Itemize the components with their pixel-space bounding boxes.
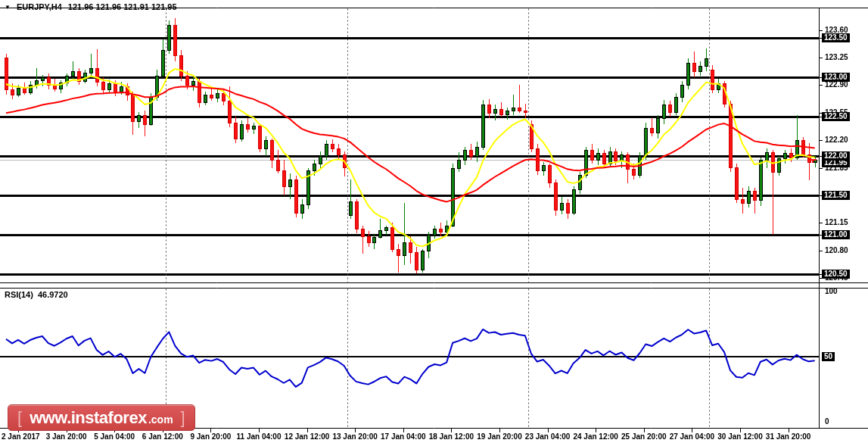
price-level-label: 121.50: [822, 191, 850, 200]
price-level-label: 121.00: [822, 230, 850, 239]
time-axis-label: 31 Jan 20:00: [766, 432, 811, 441]
price-level-label: 122.50: [822, 112, 850, 121]
time-axis-label: 19 Jan 20:00: [477, 432, 522, 441]
symbol-name: EURJPY,H4: [17, 2, 62, 11]
time-axis-label: 25 Jan 20:00: [621, 432, 667, 441]
instaforex-logo[interactable]: [ www.instaforex .com ]: [8, 404, 195, 431]
rsi-name: RSI(14): [5, 290, 33, 299]
price-level-label: 123.00: [822, 73, 850, 82]
time-axis-label: 12 Jan 12:00: [285, 432, 330, 441]
price-tick-label: 123.25: [825, 53, 848, 62]
time-axis-label: 18 Jan 12:00: [429, 432, 474, 441]
price-level-label: 120.50: [822, 270, 850, 279]
time-axis-label: 30 Jan 12:00: [717, 432, 763, 441]
chart-window: ▼ EURJPY,H4 121.96 121.96 121.91 121.95 …: [0, 0, 868, 443]
symbol-quote-line: ▼ EURJPY,H4 121.96 121.96 121.91 121.95: [5, 2, 177, 11]
logo-text: www.instaforex: [30, 407, 147, 429]
time-axis-label: 11 Jan 04:00: [237, 432, 282, 441]
time-axis-label: 24 Jan 12:00: [573, 432, 618, 441]
price-tick-label: 121.15: [825, 218, 848, 227]
price-tick-label: 122.90: [825, 80, 848, 89]
rsi-axis-label: 50: [822, 352, 835, 361]
time-axis-label: 27 Jan 04:00: [670, 432, 715, 441]
time-axis-label: 6 Jan 12:00: [142, 432, 183, 441]
symbol-dropdown-icon[interactable]: ▼: [5, 3, 11, 11]
price-chart-canvas[interactable]: [0, 0, 868, 443]
price-level-label: 123.50: [822, 33, 850, 42]
rsi-axis-label: 0: [825, 417, 829, 426]
time-axis-label: 17 Jan 04:00: [381, 432, 426, 441]
time-axis-label: 9 Jan 20:00: [190, 432, 231, 441]
logo-domain-suffix: .com: [148, 410, 173, 429]
logo-bracket-left: [: [17, 407, 22, 429]
rsi-axis-label: 100: [825, 287, 838, 296]
price-tick-label: 120.80: [825, 246, 848, 255]
logo-bracket-right: ]: [181, 407, 185, 429]
symbol-ohlc-quote: 121.96 121.96 121.91 121.95: [68, 2, 177, 11]
price-tick-label: 122.20: [825, 136, 848, 145]
time-axis-label: 3 Jan 20:00: [46, 432, 87, 441]
time-axis-label: 23 Jan 04:00: [525, 432, 571, 441]
time-axis-label: 13 Jan 20:00: [332, 432, 378, 441]
rsi-indicator-label: RSI(14) 46.9720: [5, 290, 68, 299]
time-axis-label: 2 Jan 2017: [2, 432, 40, 441]
price-level-label: 122.00: [822, 151, 850, 161]
rsi-value: 46.9720: [38, 290, 68, 299]
time-axis-label: 5 Jan 04:00: [94, 432, 135, 441]
